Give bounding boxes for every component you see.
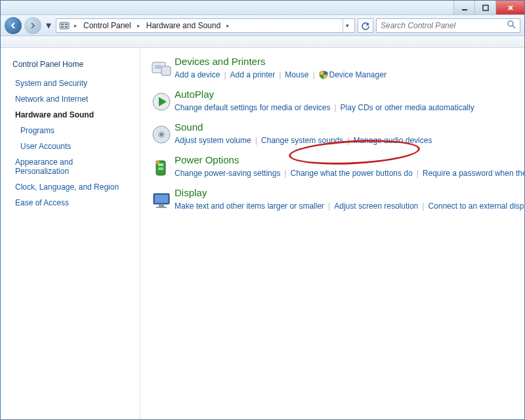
sidebar-item-programs[interactable]: Programs <box>1 123 140 138</box>
search-input[interactable] <box>381 21 507 30</box>
svg-rect-7 <box>61 26 64 28</box>
separator: | <box>220 70 230 79</box>
control-panel-window: ▾ ▸ Control Panel ▸ Hardware and Sound ▸… <box>0 0 525 420</box>
autoplay-icon <box>148 89 175 115</box>
task-link[interactable]: Connect to an external display <box>428 201 524 211</box>
svg-rect-24 <box>155 195 168 203</box>
content-pane: Devices and PrintersAdd a device|Add a p… <box>143 48 524 419</box>
sidebar-item-appearance-and-personalization[interactable]: Appearance and Personalization <box>1 154 140 179</box>
task-link[interactable]: Play CDs or other media automatically <box>341 103 474 112</box>
breadcrumb-root[interactable]: Control Panel <box>82 21 133 30</box>
chevron-icon[interactable]: ▸ <box>135 22 142 29</box>
search-icon[interactable] <box>507 20 516 31</box>
task-link[interactable]: Add a printer <box>230 70 276 79</box>
task-link[interactable]: Mouse <box>285 70 308 79</box>
svg-point-22 <box>156 160 159 164</box>
power-options-icon <box>148 154 175 180</box>
display-icon <box>148 187 175 213</box>
sidebar: Control Panel Home System and SecurityNe… <box>1 48 140 419</box>
control-panel-icon <box>59 20 70 31</box>
task-link[interactable]: Require a password when the computer wak… <box>423 169 524 178</box>
separator: | <box>280 169 290 178</box>
section-links: Adjust system volume|Change system sound… <box>175 134 514 147</box>
sidebar-item-ease-of-access[interactable]: Ease of Access <box>1 195 140 211</box>
refresh-button[interactable] <box>358 18 373 33</box>
section-power-options: Power OptionsChange power-saving setting… <box>148 154 514 180</box>
body: Control Panel Home System and SecurityNe… <box>1 48 524 419</box>
section-links: Change power-saving settings|Change what… <box>175 167 524 180</box>
svg-line-10 <box>513 26 515 28</box>
section-heading[interactable]: AutoPlay <box>175 89 514 100</box>
svg-rect-6 <box>65 24 68 25</box>
sidebar-item-clock-language-and-region[interactable]: Clock, Language, and Region <box>1 179 140 195</box>
address-bar: ▾ ▸ Control Panel ▸ Hardware and Sound ▸… <box>1 15 524 36</box>
task-link[interactable]: Adjust screen resolution <box>334 201 418 211</box>
devices-and-printers-icon <box>148 56 175 82</box>
search-box[interactable] <box>376 18 520 33</box>
section-sound: SoundAdjust system volume|Change system … <box>148 121 514 148</box>
svg-rect-20 <box>158 163 163 166</box>
breadcrumb-current[interactable]: Hardware and Sound <box>145 21 222 30</box>
sidebar-item-system-and-security[interactable]: System and Security <box>1 75 140 91</box>
task-link[interactable]: Device Manager <box>329 70 387 79</box>
sound-icon <box>148 121 175 148</box>
svg-rect-4 <box>60 22 69 29</box>
separator: | <box>413 169 423 178</box>
svg-point-18 <box>160 133 163 136</box>
task-link[interactable]: Change default settings for media or dev… <box>175 103 330 112</box>
window-titlebar <box>1 1 524 15</box>
chevron-icon[interactable]: ▸ <box>224 22 232 29</box>
uac-shield-icon <box>319 70 328 79</box>
section-links: Make text and other items larger or smal… <box>175 200 524 213</box>
separator: | <box>251 136 261 145</box>
minimize-button[interactable] <box>453 1 474 14</box>
svg-rect-26 <box>156 207 167 208</box>
separator: | <box>324 201 334 211</box>
forward-button[interactable] <box>24 17 41 34</box>
task-link[interactable]: Change what the power buttons do <box>291 169 413 178</box>
svg-rect-8 <box>65 26 68 28</box>
address-dropdown[interactable]: ▾ <box>343 19 352 32</box>
maximize-button[interactable] <box>474 1 495 14</box>
sidebar-item-hardware-and-sound[interactable]: Hardware and Sound <box>1 107 140 123</box>
svg-rect-1 <box>483 5 488 10</box>
sidebar-item-network-and-internet[interactable]: Network and Internet <box>1 91 140 107</box>
svg-rect-12 <box>161 66 171 75</box>
section-heading[interactable]: Sound <box>175 121 514 133</box>
nav-history-dropdown[interactable]: ▾ <box>44 17 53 34</box>
section-devices-and-printers: Devices and PrintersAdd a device|Add a p… <box>148 56 514 82</box>
svg-rect-5 <box>61 24 64 25</box>
divider <box>140 48 140 419</box>
section-links: Add a device|Add a printer|Mouse|Device … <box>175 68 514 81</box>
sidebar-item-user-accounts[interactable]: User Accounts <box>1 138 140 154</box>
separator: | <box>275 70 285 79</box>
task-link[interactable]: Make text and other items larger or smal… <box>175 201 324 211</box>
toolbar <box>1 36 524 48</box>
separator: | <box>308 70 318 79</box>
task-link[interactable]: Manage audio devices <box>353 136 432 145</box>
section-heading[interactable]: Display <box>175 187 524 198</box>
close-button[interactable] <box>495 1 524 14</box>
svg-rect-25 <box>159 204 164 207</box>
breadcrumb-bar[interactable]: ▸ Control Panel ▸ Hardware and Sound ▸ ▾ <box>56 18 355 33</box>
separator: | <box>343 136 353 145</box>
task-link[interactable]: Add a device <box>175 70 220 79</box>
separator: | <box>418 201 428 211</box>
back-button[interactable] <box>5 17 22 34</box>
section-links: Change default settings for media or dev… <box>175 101 514 114</box>
sidebar-home[interactable]: Control Panel Home <box>1 57 140 75</box>
svg-point-9 <box>508 21 513 26</box>
chevron-icon[interactable]: ▸ <box>72 22 79 29</box>
task-link[interactable]: Change power-saving settings <box>175 169 280 178</box>
section-heading[interactable]: Power Options <box>175 154 524 165</box>
task-link[interactable]: Adjust system volume <box>175 136 251 145</box>
svg-rect-21 <box>158 167 163 170</box>
separator: | <box>330 103 340 112</box>
section-display: DisplayMake text and other items larger … <box>148 187 514 213</box>
svg-rect-13 <box>155 65 161 69</box>
task-link[interactable]: Change system sounds <box>261 136 343 145</box>
section-autoplay: AutoPlayChange default settings for medi… <box>148 89 514 115</box>
section-heading[interactable]: Devices and Printers <box>175 56 514 67</box>
